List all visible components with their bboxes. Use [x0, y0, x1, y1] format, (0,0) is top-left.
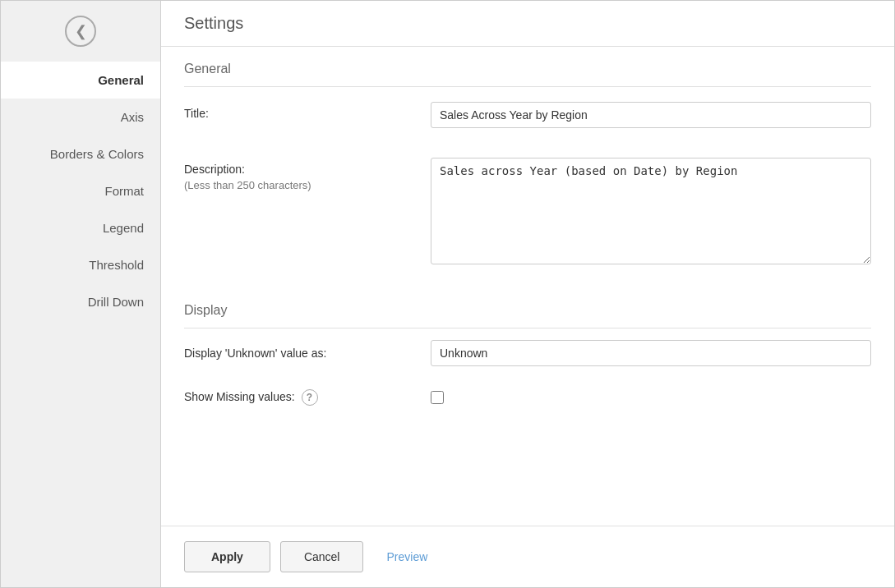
cancel-button[interactable]: Cancel [280, 541, 364, 572]
unknown-value-field [431, 340, 871, 366]
main-content: General Title: Description: (Less than 2… [161, 47, 894, 526]
description-label-wrap: Description: (Less than 250 characters) [184, 158, 414, 191]
description-label: Description: [184, 163, 414, 176]
sidebar-item-format[interactable]: Format [1, 172, 160, 209]
show-missing-field [431, 391, 871, 404]
sidebar: ❮ General Axis Borders & Colors Format L… [1, 1, 161, 587]
display-section: Display Display 'Unknown' value as: Show… [184, 288, 871, 417]
display-section-title: Display [184, 288, 871, 328]
show-missing-checkbox[interactable] [431, 391, 444, 404]
show-missing-label: Show Missing values: [184, 390, 295, 403]
description-textarea[interactable]: Sales across Year (based on Date) by Reg… [431, 158, 871, 264]
main-panel: Settings General Title: Description: (Le… [161, 1, 894, 587]
sidebar-item-general[interactable]: General [1, 62, 160, 99]
main-header: Settings [161, 1, 894, 47]
preview-button[interactable]: Preview [373, 542, 441, 572]
sidebar-nav: General Axis Borders & Colors Format Leg… [1, 62, 160, 320]
page-title: Settings [184, 14, 243, 32]
unknown-value-input[interactable] [431, 340, 871, 366]
sidebar-item-legend[interactable]: Legend [1, 209, 160, 246]
unknown-value-label: Display 'Unknown' value as: [184, 347, 414, 360]
description-field: Sales across Year (based on Date) by Reg… [431, 158, 871, 267]
show-missing-label-wrap: Show Missing values: ? [184, 389, 414, 406]
help-icon[interactable]: ? [302, 389, 318, 406]
title-row: Title: [184, 87, 871, 143]
back-button[interactable]: ❮ [1, 1, 160, 62]
back-arrow-icon: ❮ [75, 22, 87, 40]
unknown-value-row: Display 'Unknown' value as: [184, 328, 871, 378]
show-missing-row: Show Missing values: ? [184, 378, 871, 417]
sidebar-item-axis[interactable]: Axis [1, 99, 160, 136]
title-field [431, 102, 871, 128]
apply-button[interactable]: Apply [184, 541, 270, 572]
description-row: Description: (Less than 250 characters) … [184, 143, 871, 282]
back-circle-icon: ❮ [65, 16, 96, 47]
main-footer: Apply Cancel Preview [161, 526, 894, 587]
sidebar-item-borders-colors[interactable]: Borders & Colors [1, 136, 160, 172]
description-sub-label: (Less than 250 characters) [184, 179, 414, 191]
general-section-title: General [184, 47, 871, 86]
title-input[interactable] [431, 102, 871, 128]
title-label: Title: [184, 102, 414, 120]
sidebar-item-threshold[interactable]: Threshold [1, 246, 160, 283]
sidebar-item-drill-down[interactable]: Drill Down [1, 283, 160, 320]
